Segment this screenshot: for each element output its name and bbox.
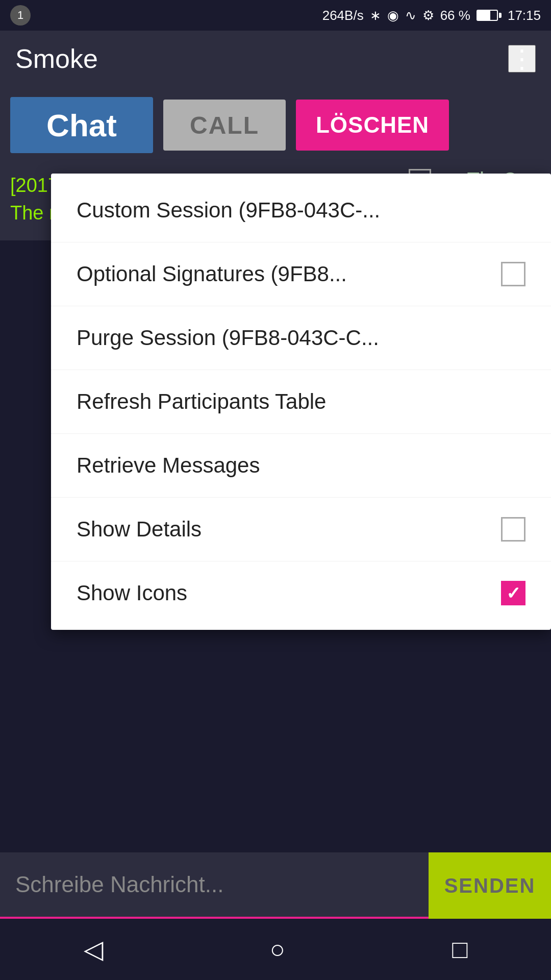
show-icons-checkbox[interactable]: ✓ xyxy=(501,581,525,605)
message-input[interactable] xyxy=(0,852,429,919)
nav-bar: ◁ ○ □ xyxy=(0,919,551,980)
recent-apps-button[interactable]: □ xyxy=(432,929,488,969)
menu-item-show-details[interactable]: Show Details xyxy=(51,498,551,561)
optional-signatures-checkbox[interactable] xyxy=(501,262,525,286)
menu-item-purge-session[interactable]: Purge Session (9FB8-043C-C... xyxy=(51,306,551,370)
overflow-menu-button[interactable]: ⋮ xyxy=(508,45,536,72)
menu-item-show-icons[interactable]: Show Icons ✓ xyxy=(51,561,551,625)
back-button[interactable]: ◁ xyxy=(63,929,123,969)
battery-icon xyxy=(477,10,502,21)
bottom-bar: SENDEN xyxy=(0,852,551,919)
status-bar: 1 264B/s ∗ ◉ ∿ ⚙ 66 % 17:15 xyxy=(0,0,551,31)
menu-item-label-optional-signatures: Optional Signatures (9FB8... xyxy=(77,262,347,286)
dropdown-menu: Custom Session (9FB8-043C-... Optional S… xyxy=(51,174,551,630)
eye-icon: ◉ xyxy=(387,8,399,23)
menu-item-refresh-participants[interactable]: Refresh Participants Table xyxy=(51,370,551,434)
call-button[interactable]: CALL xyxy=(163,100,286,151)
top-action-bar: Chat CALL LÖSCHEN xyxy=(10,97,541,153)
bluetooth-icon: ∗ xyxy=(370,8,381,23)
home-button[interactable]: ○ xyxy=(249,929,306,969)
status-left: 1 xyxy=(10,5,31,26)
clock: 17:15 xyxy=(508,8,541,23)
wifi-icon: ∿ xyxy=(405,8,416,23)
menu-item-label-custom-session: Custom Session (9FB8-043C-... xyxy=(77,198,380,223)
menu-item-retrieve-messages[interactable]: Retrieve Messages xyxy=(51,434,551,498)
battery-percent: 66 % xyxy=(440,8,470,23)
network-speed: 264B/s xyxy=(322,8,364,23)
menu-item-optional-signatures[interactable]: Optional Signatures (9FB8... xyxy=(51,242,551,306)
menu-item-label-refresh-participants: Refresh Participants Table xyxy=(77,389,326,414)
chat-tab-label: Chat xyxy=(46,107,117,143)
signal-icon: ⚙ xyxy=(422,8,434,23)
app-title: Smoke xyxy=(15,43,98,74)
chat-tab[interactable]: Chat xyxy=(10,97,153,153)
menu-item-label-show-details: Show Details xyxy=(77,517,202,542)
show-details-checkbox[interactable] xyxy=(501,517,525,542)
notification-badge: 1 xyxy=(10,5,31,26)
menu-item-label-retrieve-messages: Retrieve Messages xyxy=(77,453,260,478)
menu-item-label-show-icons: Show Icons xyxy=(77,581,187,605)
menu-item-label-purge-session: Purge Session (9FB8-043C-C... xyxy=(77,326,379,350)
checkmark-icon: ✓ xyxy=(506,583,520,603)
menu-item-custom-session[interactable]: Custom Session (9FB8-043C-... xyxy=(51,179,551,242)
status-right: 264B/s ∗ ◉ ∿ ⚙ 66 % 17:15 xyxy=(322,8,541,23)
loschen-button[interactable]: LÖSCHEN xyxy=(296,100,449,151)
senden-button[interactable]: SENDEN xyxy=(429,852,551,919)
app-bar: Smoke ⋮ xyxy=(0,31,551,87)
